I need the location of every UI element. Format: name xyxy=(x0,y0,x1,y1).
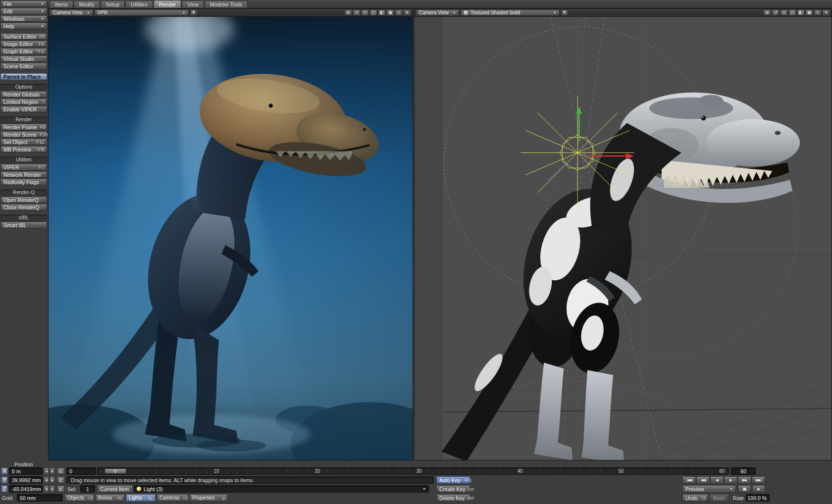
sidebar-button-enable-viper[interactable]: Enable VIPER xyxy=(0,106,47,112)
sidebar-button-sel-object[interactable]: Sel ObjectF11 xyxy=(0,139,47,145)
z-nudge-right[interactable]: ▸ xyxy=(50,485,55,493)
left-view-mode-dropdown[interactable]: Camera View▼ xyxy=(50,9,93,16)
right-view-mode-dropdown[interactable]: Camera View▼ xyxy=(416,9,459,16)
left-viewport-header: Camera View▼ VPR▼ ▼ ⊕ ↺ ⊙ ◰ ◧ ▣ ≡ ▾ xyxy=(49,9,413,17)
pan-icon[interactable]: ⊕ xyxy=(763,9,771,16)
x-nudge-right[interactable]: ▸ xyxy=(50,467,55,475)
tab-items[interactable]: Items xyxy=(50,0,73,8)
tab-render[interactable]: Render xyxy=(154,0,181,8)
x-nudge-left[interactable]: ◂ xyxy=(44,467,49,475)
single-pane-icon[interactable]: ◧ xyxy=(797,9,805,16)
y-nudge-right[interactable]: ▸ xyxy=(50,476,55,484)
sidebar-button-smart-ibl[interactable]: Smart IBL xyxy=(0,222,47,228)
auto-key-button[interactable]: Auto Key+F1 xyxy=(436,476,470,484)
x-value-field[interactable]: 0 m xyxy=(9,467,43,475)
shading-icon[interactable]: ▣ xyxy=(386,9,394,16)
tab-setup[interactable]: Setup xyxy=(101,0,125,8)
right-viewport: Camera View▼ Textured Shaded Solid▼ ▼ ⊕ … xyxy=(414,8,832,460)
sidebar-button-graph-editor[interactable]: Graph Editor^F2 xyxy=(0,48,47,54)
single-pane-icon[interactable]: ◧ xyxy=(378,9,386,16)
sidebar-button-limited-region[interactable]: Limited Regionl xyxy=(0,99,47,105)
sidebar-button-mb-preview[interactable]: MB Preview+F9 xyxy=(0,146,47,152)
transport-prev-key-button[interactable]: ◀◀ xyxy=(696,476,710,484)
tab-modify[interactable]: Modify xyxy=(74,0,100,8)
y-envelope-button[interactable]: E xyxy=(57,476,65,484)
fit-icon[interactable]: ◰ xyxy=(788,9,796,16)
sidebar-button-scene-editor[interactable]: Scene Editor xyxy=(0,63,47,69)
redo-button[interactable]: Redo xyxy=(709,494,729,502)
sidebar-button-open-renderq[interactable]: Open RenderQ xyxy=(0,197,47,203)
panel-menu-icon[interactable]: ≡ xyxy=(814,9,822,16)
preview-dropdown[interactable]: Preview▼ xyxy=(682,485,736,493)
toggle-properties[interactable]: Propertiesp xyxy=(189,494,228,502)
x-axis-badge[interactable]: X xyxy=(1,467,8,475)
right-viewport-canvas[interactable] xyxy=(415,17,832,460)
left-viewport-options-dropdown-icon[interactable]: ▼ xyxy=(190,9,197,16)
y-nudge-left[interactable]: ◂ xyxy=(44,476,49,484)
sidebar-button-render-scene[interactable]: Render SceneF10 xyxy=(0,131,47,138)
menu-help[interactable]: Help▼ xyxy=(0,23,47,29)
timeline-ruler[interactable]: 0 10 20 30 40 50 60 0 xyxy=(97,467,729,475)
sel-count-field[interactable]: 1 xyxy=(80,485,95,493)
sidebar-button-virtual-studio[interactable]: Virtual Studio xyxy=(0,55,47,62)
right-shading-mode-dropdown[interactable]: Textured Shaded Solid▼ xyxy=(461,9,560,16)
current-frame-field[interactable]: 0 xyxy=(66,467,96,475)
transport-next-key-button[interactable]: ▶▶ xyxy=(738,476,751,484)
fit-icon[interactable]: ◰ xyxy=(369,9,377,16)
panel-menu-icon[interactable]: ≡ xyxy=(395,9,403,16)
sidebar-button-render-frame[interactable]: Render FrameF9 xyxy=(0,124,47,130)
sidebar-button-image-editor[interactable]: Image EditorF6 xyxy=(0,41,47,47)
sidebar-button-radiosity-flags[interactable]: Radiosity Flags xyxy=(0,179,47,185)
shading-icon[interactable]: ▣ xyxy=(805,9,813,16)
options-icon[interactable]: ▾ xyxy=(403,9,411,16)
transport-first-frame-button[interactable]: |◀◀ xyxy=(682,476,696,484)
left-viewport-canvas[interactable] xyxy=(49,17,413,460)
tab-view[interactable]: View xyxy=(182,0,204,8)
rotate-icon[interactable]: ↺ xyxy=(353,9,361,16)
sidebar-button-render-globals[interactable]: Render Globals xyxy=(0,91,47,98)
current-item-dropdown[interactable]: Light (3) ▼ xyxy=(134,485,429,493)
y-value-field[interactable]: 39.9992 mm xyxy=(9,476,43,484)
current-item-button[interactable]: Current Item xyxy=(97,485,133,493)
toggle-lights[interactable]: Lights+L xyxy=(126,494,156,502)
toggle-objects[interactable]: Objects+O xyxy=(64,494,94,502)
options-icon[interactable]: ▾ xyxy=(822,9,830,16)
x-envelope-button[interactable]: E xyxy=(57,467,65,475)
y-axis-badge[interactable]: Y xyxy=(1,476,8,484)
sidebar-button-surface-editor[interactable]: Surface EditorF5 xyxy=(0,33,47,40)
delete-key-button[interactable]: Delete Keydel xyxy=(436,494,470,502)
menu-edit[interactable]: Edit▼ xyxy=(0,8,47,14)
left-toolbar: File▼ Edit▼ Windows▼ Help▼ Surface Edito… xyxy=(0,0,48,460)
toggle-cameras[interactable]: Cameras+C xyxy=(156,494,188,502)
timeline-handle[interactable]: 0 xyxy=(104,468,126,474)
pan-icon[interactable]: ⊕ xyxy=(344,9,352,16)
right-viewport-options-dropdown-icon[interactable]: ▼ xyxy=(561,9,568,16)
transport-last-frame-button[interactable]: ▶▶| xyxy=(752,476,765,484)
end-frame-field[interactable]: 60 xyxy=(731,467,756,475)
rate-field[interactable]: 100.0 % xyxy=(746,494,770,502)
grid-size-field[interactable]: 50 mm xyxy=(17,494,62,502)
z-axis-badge[interactable]: Z xyxy=(1,485,8,493)
z-envelope-button[interactable]: E xyxy=(57,485,65,493)
sidebar-button-parent-in-place[interactable]: Parent in Place xyxy=(0,73,47,80)
transport-step-forward-button[interactable]: ▶ xyxy=(724,476,737,484)
menu-file[interactable]: File▼ xyxy=(0,0,47,7)
toggle-bones[interactable]: Bones+B xyxy=(95,494,125,502)
transport-step-back-button[interactable]: ◀ xyxy=(710,476,724,484)
sidebar-button-viper[interactable]: VIPERF7 xyxy=(0,164,47,170)
sidebar-button-close-renderq[interactable]: Close RenderQ xyxy=(0,204,47,210)
rotate-icon[interactable]: ↺ xyxy=(772,9,780,16)
tab-utilities[interactable]: Utilities xyxy=(125,0,153,8)
left-shading-mode-dropdown[interactable]: VPR▼ xyxy=(95,9,189,16)
z-nudge-left[interactable]: ◂ xyxy=(44,485,49,493)
play-button[interactable]: ▶ xyxy=(752,485,765,493)
zoom-icon[interactable]: ⊙ xyxy=(780,9,788,16)
z-value-field[interactable]: -65.0419mm xyxy=(9,485,43,493)
menu-windows[interactable]: Windows▼ xyxy=(0,15,47,22)
sidebar-button-network-render[interactable]: Network Render xyxy=(0,171,47,178)
zoom-icon[interactable]: ⊙ xyxy=(361,9,369,16)
undo-button[interactable]: Undo^Z xyxy=(682,494,708,502)
pause-button[interactable]: ▮▮ xyxy=(738,485,751,493)
tab-modeler-tools[interactable]: Modeler Tools xyxy=(205,0,248,8)
create-key-button[interactable]: Create Keyret xyxy=(436,485,470,493)
